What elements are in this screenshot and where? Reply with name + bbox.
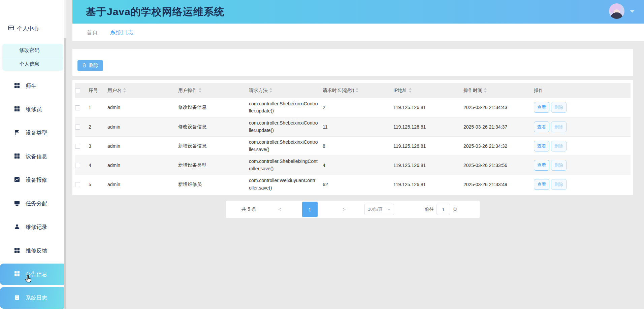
view-button[interactable]: 查看 — [534, 160, 549, 171]
sidebar-item-personal-info[interactable]: 个人信息 — [2, 57, 63, 71]
sort-icon[interactable] — [198, 88, 202, 94]
column-header-time[interactable]: 操作时间 — [463, 83, 534, 98]
column-header-index: 序号 — [89, 83, 107, 98]
row-checkbox[interactable] — [75, 144, 80, 149]
pagination-prev-button[interactable]: < — [279, 207, 281, 212]
sidebar-group-label: 个人中心 — [17, 25, 39, 32]
table-row: 4 admin 新增设备类型 com.controller.Shebeileix… — [75, 156, 631, 175]
page-title: 基于Java的学校网络运维系统 — [86, 5, 225, 19]
sort-icon[interactable] — [355, 88, 359, 94]
goto-page-input[interactable] — [437, 204, 450, 215]
cell-index: 3 — [89, 136, 107, 156]
delete-button[interactable]: 删除 — [551, 122, 567, 132]
sidebar-item-device-info[interactable]: 设备信息 — [0, 146, 66, 167]
panel-card-icon — [8, 25, 14, 32]
cell-ip: 119.125.126.81 — [393, 117, 463, 136]
nav-label: 任务分配 — [26, 200, 47, 207]
cell-ip: 119.125.126.81 — [393, 175, 463, 194]
cell-time: 2025-03-26 21:33:49 — [463, 175, 534, 194]
goto-page-group: 前往 页 — [424, 204, 457, 215]
column-header-actions: 操作 — [534, 83, 631, 98]
cell-duration: 4 — [323, 156, 393, 175]
sidebar-item-device-repair[interactable]: 设备报修 — [0, 169, 66, 191]
person-icon — [14, 224, 20, 231]
sidebar: 个人中心 修改密码 个人信息 师生 维修员 设备类型 设备信息 设备报修 任务分… — [0, 0, 66, 309]
delete-button[interactable]: 删除 — [551, 141, 567, 151]
cell-method: com.controller.WeixiuyuanController.save… — [249, 175, 323, 194]
column-header-username[interactable]: 用户名 — [107, 83, 178, 98]
sidebar-item-change-password[interactable]: 修改密码 — [2, 44, 63, 57]
goto-label: 前往 — [424, 206, 434, 212]
sort-icon[interactable] — [484, 88, 487, 94]
pagination-bar: 共 5 条 < 1 > 10条/页 前往 页 — [226, 201, 480, 218]
pagination-page-1-button[interactable]: 1 — [302, 202, 318, 217]
cell-method: com.controller.ShebeixinxiController.upd… — [249, 117, 323, 136]
flag-icon — [14, 130, 20, 137]
nav-label: 设备信息 — [26, 153, 47, 160]
tab-home[interactable]: 首页 — [87, 29, 98, 36]
grid-icon — [14, 153, 20, 160]
view-button[interactable]: 查看 — [534, 141, 549, 151]
cell-method: com.controller.ShebeixinxiController.upd… — [249, 98, 323, 117]
sidebar-item-teachers-students[interactable]: 师生 — [0, 75, 66, 97]
sidebar-item-repair-feedback[interactable]: 维修反馈 — [0, 240, 66, 262]
view-button[interactable]: 查看 — [534, 122, 549, 132]
cell-duration: 62 — [323, 175, 393, 194]
column-header-method[interactable]: 请求方法 — [249, 83, 323, 98]
table-row: 2 admin 修改设备信息 com.controller.Shebeixinx… — [75, 117, 631, 136]
view-button[interactable]: 查看 — [534, 102, 549, 113]
nav-label: 维修员 — [26, 106, 42, 113]
pagination-next-button[interactable]: > — [343, 207, 346, 212]
sort-icon[interactable] — [269, 88, 272, 94]
cell-operation: 新增设备信息 — [178, 136, 249, 156]
app-header: 基于Java的学校网络运维系统 — [72, 0, 644, 24]
bulk-delete-button[interactable]: 删除 — [77, 60, 103, 71]
monitor-icon — [14, 200, 20, 207]
sidebar-group-personal-center[interactable]: 个人中心 — [8, 25, 39, 32]
grid-icon — [14, 83, 20, 90]
select-all-checkbox[interactable] — [75, 88, 80, 93]
sidebar-item-device-types[interactable]: 设备类型 — [0, 122, 66, 144]
cell-username: admin — [107, 98, 178, 117]
tab-system-log[interactable]: 系统日志 — [110, 29, 133, 36]
column-header-operation[interactable]: 用户操作 — [178, 83, 249, 98]
table-header-row: 序号 用户名 用户操作 请求方法 请求时长(毫秒) IP地址 操作时间 操作 — [75, 83, 631, 98]
table-row: 5 admin 新增维修员 com.controller.WeixiuyuanC… — [75, 175, 631, 194]
cell-time: 2025-03-26 21:33:56 — [463, 156, 534, 175]
delete-button[interactable]: 删除 — [551, 160, 567, 171]
sidebar-item-repairmen[interactable]: 维修员 — [0, 99, 66, 120]
row-checkbox[interactable] — [75, 105, 80, 110]
view-button[interactable]: 查看 — [534, 179, 549, 190]
row-checkbox[interactable] — [75, 182, 80, 187]
sidebar-item-repair-records[interactable]: 维修记录 — [0, 216, 66, 238]
cell-method: com.controller.ShebeileixingController.s… — [249, 156, 323, 175]
sidebar-item-task-assignment[interactable]: 任务分配 — [0, 193, 66, 214]
page-size-select[interactable]: 10条/页 — [364, 204, 394, 215]
pagination-total: 共 5 条 — [242, 206, 256, 212]
chevron-down-icon[interactable] — [630, 10, 635, 13]
column-header-ip[interactable]: IP地址 — [393, 83, 463, 98]
row-checkbox[interactable] — [75, 163, 80, 168]
breadcrumb-tabbar: 首页 系统日志 — [72, 24, 644, 41]
cell-ip: 119.125.126.81 — [393, 156, 463, 175]
delete-button[interactable]: 删除 — [551, 102, 567, 113]
sort-icon[interactable] — [409, 88, 412, 94]
row-checkbox[interactable] — [75, 125, 80, 130]
nav-label: 维修反馈 — [26, 247, 47, 254]
cell-operation: 修改设备信息 — [178, 117, 249, 136]
grid-icon — [14, 106, 20, 113]
sidebar-item-announcements[interactable]: 公告信息 — [0, 264, 66, 285]
column-header-duration[interactable]: 请求时长(毫秒) — [323, 83, 393, 98]
user-avatar[interactable] — [609, 3, 624, 19]
cell-time: 2025-03-26 21:34:32 — [463, 136, 534, 156]
chevron-down-icon — [387, 209, 391, 210]
sidebar-item-system-log[interactable]: 系统日志 — [0, 287, 66, 309]
cell-username: admin — [107, 156, 178, 175]
sidebar-scrollbar-thumb[interactable] — [64, 38, 66, 309]
sort-icon[interactable] — [123, 88, 126, 94]
trash-icon — [82, 63, 87, 69]
delete-button[interactable]: 删除 — [551, 179, 567, 190]
nav-label: 维修记录 — [26, 224, 47, 231]
cell-duration: 2 — [323, 98, 393, 117]
mouse-cursor-hand — [24, 275, 33, 286]
